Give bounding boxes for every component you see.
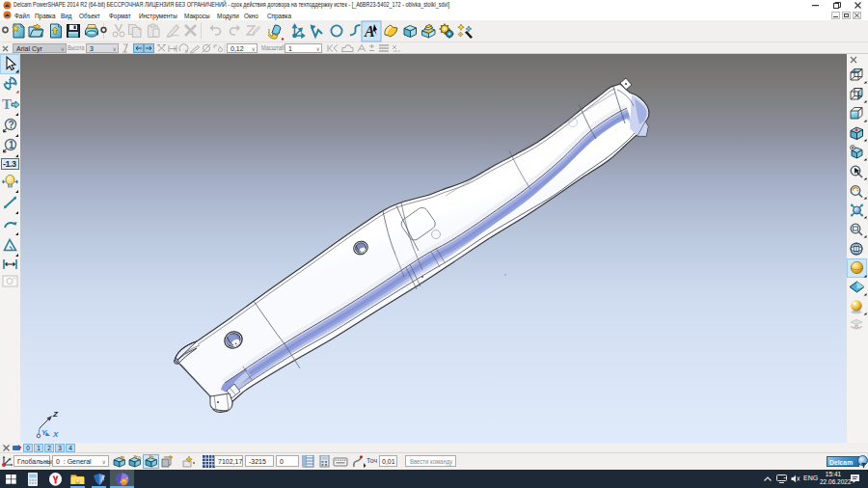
- svg-text:-1.3: -1.3: [3, 159, 16, 169]
- svg-text:1: 1: [9, 140, 14, 150]
- svg-text:X: X: [52, 430, 59, 439]
- svg-text:Z: Z: [52, 410, 59, 419]
- svg-text:?: ?: [9, 120, 14, 130]
- svg-text:T: T: [2, 96, 12, 112]
